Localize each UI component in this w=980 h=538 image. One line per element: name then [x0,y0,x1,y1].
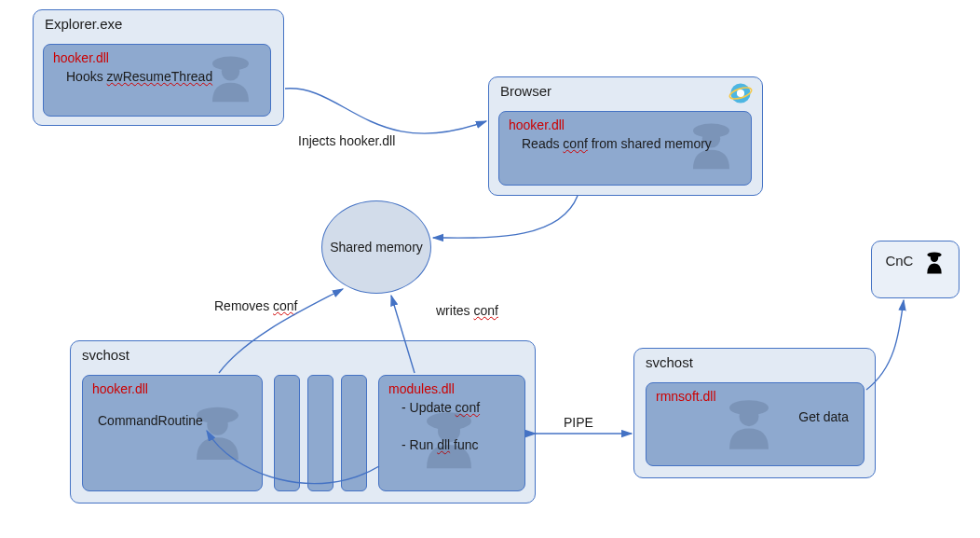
svg-point-4 [737,90,744,97]
browser-hooker-module: hooker.dll Reads conf from shared memory [498,111,752,186]
ie-icon [728,81,753,105]
edge-writes-label: writes conf [436,303,498,318]
svchost-left-box: svchost hooker.dll CommandRoutine module… [70,340,536,504]
edge-pipe-label: PIPE [564,415,593,430]
pillar-1 [274,375,300,491]
browser-title: Browser [489,77,762,101]
edge-injects-label: Injects hooker.dll [298,133,395,148]
pillar-3 [341,375,367,491]
shared-memory-label: Shared memory [330,240,423,255]
svg-point-1 [222,62,240,80]
svchost-rmnsoft-module: rmnsoft.dll Get data [646,382,864,466]
pillar-2 [307,375,333,491]
text: writes [436,303,473,318]
text: Removes [214,298,273,313]
text: Reads [522,136,563,151]
rmnsoft-desc: Get data [798,409,849,424]
conf-word: conf [473,303,497,318]
agent-icon [923,249,946,275]
svchost-modules-name: modules.dll [388,381,515,396]
svchost-left-title: svchost [71,341,535,365]
svg-point-12 [740,407,759,426]
conf-word: conf [273,298,297,313]
shared-memory-node: Shared memory [321,200,431,294]
explorer-hooker-module: hooker.dll Hooks zwResumeThread [43,44,271,117]
svg-point-8 [207,414,228,435]
browser-process-box: Browser hooker.dll Reads conf from share… [488,76,763,196]
explorer-process-box: Explorer.exe hooker.dll Hooks zwResumeTh… [33,9,284,126]
explorer-title: Explorer.exe [34,10,283,34]
svchost-hooker-module: hooker.dll CommandRoutine [82,375,263,491]
svchost-modules-module: modules.dll - Update conf - Run dll func [378,375,525,491]
text: Hooks [66,69,107,84]
cnc-label: CnC [885,253,913,269]
svchost-right-title: svchost [634,349,875,372]
svg-point-6 [702,130,721,148]
edge-removes-label: Removes conf [214,298,298,313]
cnc-box: CnC [871,241,960,298]
hooked-func: zwResumeThread [107,69,213,84]
svg-point-14 [930,255,937,262]
svchost-right-box: svchost rmnsoft.dll Get data [633,348,876,478]
svchost-hooker-name: hooker.dll [92,381,252,396]
svg-point-10 [438,420,460,442]
conf-word: conf [563,136,587,151]
